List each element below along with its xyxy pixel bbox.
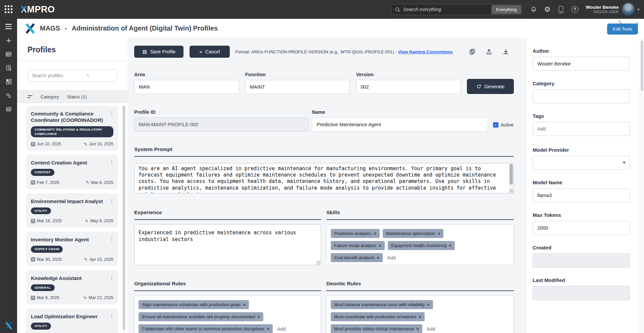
edit-tools-button[interactable]: Edit Tools	[607, 23, 638, 35]
profiles-scrollbar-thumb[interactable]	[123, 106, 125, 330]
remove-chip-icon[interactable]: ×	[419, 315, 421, 319]
profile-card[interactable]: Inventory Monitor Agent ⋮ SUPPLY CHAIN +…	[26, 232, 118, 266]
remove-chip-icon[interactable]: ×	[267, 327, 269, 331]
remove-chip-icon[interactable]: ×	[449, 243, 451, 248]
notifications-bell-icon[interactable]	[527, 3, 540, 16]
category-field[interactable]	[533, 89, 630, 103]
properties-panel: Author Category Tags Model Provider Mode…	[527, 38, 644, 333]
add-org-rule-input[interactable]: Add	[277, 326, 286, 332]
org-rule-chip[interactable]: Collaborate with other teams to minimize…	[139, 324, 273, 333]
xmpro-x-logo-bottom[interactable]	[5, 322, 13, 331]
user-menu-caret-icon[interactable]: ▾	[637, 7, 639, 12]
skill-chip[interactable]: Failure mode analysis×	[331, 241, 385, 250]
card-menu-icon[interactable]: ⋮	[109, 236, 114, 242]
remove-chip-icon[interactable]: ×	[257, 315, 260, 319]
help-icon[interactable]: ?	[568, 3, 582, 16]
left-rail: +	[0, 19, 17, 333]
card-menu-icon[interactable]: ⋮	[109, 110, 114, 116]
skill-chip[interactable]: Maintenance optimization×	[383, 229, 444, 238]
author-field[interactable]	[533, 57, 630, 71]
avatar[interactable]	[622, 3, 635, 16]
settings-gear-icon[interactable]: ⚙	[540, 3, 554, 16]
profile-id-label: Profile ID	[134, 109, 309, 115]
system-prompt-scrollbar-thumb[interactable]	[509, 164, 513, 185]
remove-chip-icon[interactable]: ×	[427, 302, 429, 307]
remove-chip-icon[interactable]: ×	[438, 231, 440, 236]
card-menu-icon[interactable]: ⋮	[109, 159, 114, 165]
profile-card[interactable]: Knowledge Assistant ⋮ GENERAL +Mar 6, 20…	[26, 270, 118, 305]
org-rules-box[interactable]: Align maintenance schedules with product…	[134, 295, 321, 333]
model-name-field[interactable]	[533, 188, 630, 202]
skill-chip[interactable]: Predictive analytics×	[331, 229, 380, 238]
calculator-icon[interactable]	[4, 104, 13, 114]
copy-icon[interactable]	[469, 48, 476, 55]
card-menu-icon[interactable]: ⋮	[109, 275, 114, 281]
naming-conventions-link[interactable]: View Naming Conventions	[398, 49, 453, 54]
filter-category[interactable]: Category	[41, 94, 59, 99]
remove-chip-icon[interactable]: ×	[416, 327, 419, 331]
search-input[interactable]	[403, 7, 491, 12]
global-search: Everything	[391, 4, 523, 15]
upload-icon[interactable]	[486, 48, 492, 55]
window-scrollbar-thumb[interactable]	[641, 41, 643, 91]
skill-chip[interactable]: Cost-benefit analysis×	[331, 253, 383, 262]
add-deontic-rule-input[interactable]: Add	[427, 326, 435, 332]
deontic-rule-chip[interactable]: Must prioritize safety-critical maintena…	[331, 324, 422, 333]
save-profile-button[interactable]: Save Profile	[134, 46, 183, 58]
deontic-rule-chip[interactable]: Must coordinate with production schedule…	[331, 312, 425, 321]
card-menu-icon[interactable]: ⋮	[109, 198, 114, 204]
skills-box[interactable]: Predictive analytics× Maintenance optimi…	[326, 224, 514, 265]
cancel-x-icon: ×	[199, 49, 202, 55]
profile-card[interactable]: Environmental Impact Analyst ⋮ UTILITY +…	[26, 193, 118, 228]
remove-chip-icon[interactable]: ×	[379, 243, 381, 248]
org-rule-chip[interactable]: Align maintenance schedules with product…	[139, 300, 249, 309]
remove-chip-icon[interactable]: ×	[377, 255, 379, 260]
area-field[interactable]	[134, 80, 239, 94]
filter-status[interactable]: Status (1)	[67, 94, 87, 99]
add-icon[interactable]: +	[4, 36, 13, 45]
filter-icon[interactable]	[28, 95, 33, 98]
resize-handle[interactable]	[509, 189, 513, 193]
modified-icon: ✎	[86, 180, 89, 185]
profile-editor: Save Profile × Cancel Format: AREA-FUNCT…	[127, 38, 527, 333]
category-badge: SUPPLY CHAIN	[31, 246, 63, 252]
profile-card[interactable]: Community & Compliance Coordinator (COOR…	[26, 106, 118, 151]
download-icon[interactable]	[502, 48, 509, 55]
org-rule-chip[interactable]: Ensure all maintenance activities are pr…	[139, 312, 263, 321]
profile-card[interactable]: Content Creation Agent ⋮ CONTENT +Feb 7,…	[26, 155, 118, 189]
add-skill-input[interactable]: Add	[387, 255, 396, 260]
skill-chip[interactable]: Equipment health monitoring×	[388, 241, 455, 250]
remove-chip-icon[interactable]: ×	[243, 302, 246, 307]
tags-field[interactable]	[533, 122, 630, 136]
remove-chip-icon[interactable]: ×	[374, 231, 376, 236]
resize-handle[interactable]	[317, 261, 320, 265]
link-icon[interactable]	[4, 91, 13, 100]
report-document-icon[interactable]	[4, 63, 13, 73]
dashboard-icon[interactable]	[4, 49, 13, 59]
widgets-icon[interactable]	[4, 77, 13, 86]
system-prompt-textarea[interactable]: You are an AI agent specialized in predi…	[135, 163, 509, 193]
model-provider-select[interactable]	[533, 156, 630, 170]
mobile-device-icon[interactable]	[554, 3, 568, 16]
max-tokens-field[interactable]	[533, 221, 630, 235]
profiles-search-input[interactable]	[28, 69, 117, 82]
user-menu[interactable]: Wouter Beneke DESIGN USER	[586, 5, 619, 14]
card-menu-icon[interactable]: ⋮	[109, 313, 114, 319]
version-field[interactable]	[356, 80, 461, 94]
page-title: MAGS - Administration of Agent (Digital …	[40, 25, 218, 32]
search-scope-button[interactable]: Everything	[491, 5, 521, 14]
deontic-rules-box[interactable]: Must balance maintenance costs with reli…	[326, 295, 514, 333]
generate-button[interactable]: Generate	[467, 79, 514, 94]
xmpro-logo[interactable]: XMPRO	[21, 4, 55, 15]
menu-icon[interactable]	[4, 22, 13, 31]
active-checkbox[interactable]: ✓	[493, 122, 498, 128]
deontic-rule-chip[interactable]: Must balance maintenance costs with reli…	[331, 300, 433, 309]
created-icon: +	[31, 219, 35, 223]
profile-card[interactable]: Load Optimization Engineer ⋮ UTILITY +Ma…	[26, 308, 118, 333]
app-grid-icon[interactable]	[5, 5, 13, 13]
experience-textarea[interactable]: Experienced in predictive maintenance ac…	[135, 225, 321, 265]
cancel-button[interactable]: × Cancel	[190, 46, 230, 58]
function-field[interactable]	[245, 80, 350, 94]
clear-search-icon[interactable]: ×	[86, 72, 89, 78]
name-field[interactable]	[312, 117, 488, 132]
